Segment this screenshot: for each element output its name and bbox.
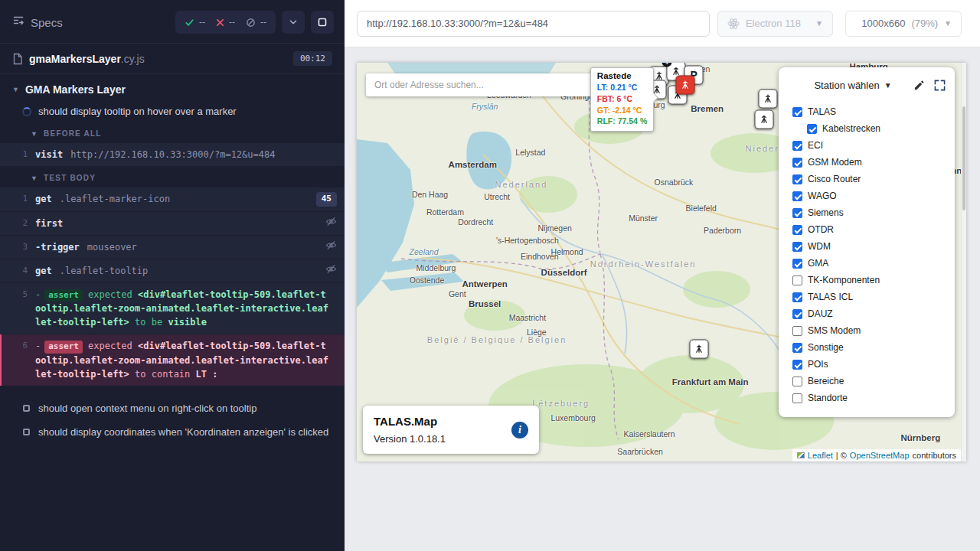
station-label: WDM bbox=[808, 241, 831, 252]
section-label: BEFORE ALL bbox=[44, 129, 102, 138]
station-checkbox[interactable] bbox=[792, 107, 802, 117]
stop-button[interactable] bbox=[311, 11, 334, 34]
map-label: Rotterdam bbox=[426, 207, 464, 217]
command-trigger[interactable]: 3 -trigger mouseover bbox=[0, 236, 345, 259]
command-first[interactable]: 2 first bbox=[0, 212, 345, 235]
station-item[interactable]: Kabelstrecken bbox=[792, 120, 949, 137]
map-label: Lelystad bbox=[515, 148, 545, 157]
scrollbar-thumb[interactable] bbox=[962, 106, 965, 210]
spec-file-icon bbox=[12, 53, 23, 65]
chevron-down-icon: ▼ bbox=[31, 130, 38, 138]
station-item[interactable]: Standorte bbox=[792, 390, 949, 406]
before-all-section[interactable]: ▼ BEFORE ALL bbox=[0, 122, 345, 142]
test-stats: -- -- -- bbox=[175, 11, 276, 34]
station-item[interactable]: DAUZ bbox=[792, 305, 949, 322]
pending-test-row[interactable]: should open context menu on right-click … bbox=[0, 396, 345, 420]
test-body-commands: 1 get .leaflet-marker-icon 45 2 first 3 … bbox=[0, 187, 345, 386]
station-marker[interactable] bbox=[759, 89, 778, 108]
station-item[interactable]: Siemens bbox=[792, 204, 949, 221]
panel-scrollbar[interactable] bbox=[961, 63, 966, 461]
map-label: Nederland bbox=[495, 180, 548, 189]
station-label: GSM Modem bbox=[808, 157, 862, 168]
chevron-down-icon bbox=[288, 17, 299, 28]
url-input[interactable] bbox=[357, 11, 710, 37]
station-item[interactable]: Bereiche bbox=[792, 373, 949, 390]
browser-selector[interactable]: Electron 118 ▼ bbox=[717, 11, 833, 37]
leaflet-map[interactable]: BremerhavenHamburgLeeuwardenGroningenFry… bbox=[357, 63, 966, 461]
suite-row[interactable]: ▼ GMA Markers Layer bbox=[0, 74, 345, 100]
command-get-markers[interactable]: 1 get .leaflet-marker-icon 45 bbox=[0, 187, 345, 211]
station-item[interactable]: GSM Modem bbox=[792, 154, 949, 171]
map-search-input[interactable] bbox=[366, 73, 607, 96]
station-label: ECI bbox=[808, 140, 823, 151]
station-item[interactable]: WAGO bbox=[792, 187, 949, 204]
app-version: Version 1.0.18.1 bbox=[374, 433, 504, 445]
viewport-selector[interactable]: 1000x660 (79%) ▼ bbox=[845, 11, 962, 37]
command-name: get bbox=[35, 192, 52, 206]
station-item[interactable]: GMA bbox=[792, 255, 949, 272]
runner-header-bar: Electron 118 ▼ 1000x660 (79%) ▼ bbox=[345, 0, 980, 47]
station-checkbox[interactable] bbox=[792, 208, 802, 218]
station-checkbox[interactable] bbox=[792, 141, 802, 151]
reporter-header: Specs -- -- -- bbox=[0, 0, 345, 43]
specs-toggle[interactable]: Specs bbox=[12, 15, 63, 30]
command-number: 1 bbox=[0, 192, 35, 206]
station-checkbox[interactable] bbox=[792, 360, 802, 370]
active-test-row[interactable]: should display tooltip on hover over a m… bbox=[0, 100, 345, 122]
command-number: 1 bbox=[0, 148, 35, 161]
station-checkbox[interactable] bbox=[792, 377, 802, 386]
station-select[interactable]: Station wählen ▼ bbox=[814, 80, 891, 91]
map-label: Gent bbox=[449, 289, 466, 298]
collapse-button[interactable] bbox=[282, 11, 305, 34]
eye-slash-icon bbox=[325, 264, 337, 274]
map-label: Oostende bbox=[410, 276, 445, 285]
station-checkbox[interactable] bbox=[792, 326, 802, 336]
station-item[interactable]: SMS Modem bbox=[792, 322, 949, 339]
station-item[interactable]: POIs bbox=[792, 356, 949, 373]
command-get-tooltip[interactable]: 4 get .leaflet-tooltip bbox=[0, 259, 345, 282]
station-checkbox[interactable] bbox=[792, 191, 802, 201]
edit-button[interactable] bbox=[913, 80, 925, 91]
spec-timer: 00:12 bbox=[293, 51, 332, 66]
assert-passed-row[interactable]: 5 -assertexpected <div#leaflet-tooltip-5… bbox=[0, 283, 345, 334]
station-checkbox[interactable] bbox=[792, 174, 802, 184]
spec-file-row[interactable]: gmaMarkersLayer.cy.js 00:12 bbox=[0, 43, 345, 74]
command-visit[interactable]: 1 visit http://192.168.10.33:3000/?m=12&… bbox=[0, 143, 345, 166]
marker-tooltip[interactable]: Rastede LT: 0.21 °CFBT: 6 °CGT: -2.14 °C… bbox=[590, 67, 654, 132]
before-all-commands: 1 visit http://192.168.10.33:3000/?m=12&… bbox=[0, 143, 345, 166]
chevron-down-icon: ▼ bbox=[944, 19, 952, 28]
station-checkbox[interactable] bbox=[792, 393, 802, 403]
station-panel: Station wählen ▼ TALASKabelstreckenECIGS… bbox=[779, 67, 955, 417]
station-item[interactable]: TK-Komponenten bbox=[792, 272, 949, 289]
fullscreen-button[interactable] bbox=[934, 80, 946, 91]
station-checkbox[interactable] bbox=[792, 242, 802, 252]
station-checkbox[interactable] bbox=[807, 124, 817, 134]
station-item[interactable]: ECI bbox=[792, 137, 949, 154]
test-body-section[interactable]: ▼ TEST BODY bbox=[0, 167, 345, 186]
assert-failed-row[interactable]: 6 -assertexpected <div#leaflet-tooltip-5… bbox=[0, 334, 345, 386]
station-checkbox[interactable] bbox=[792, 158, 802, 168]
station-checkbox[interactable] bbox=[792, 276, 802, 285]
pending-test-row[interactable]: should display coordinates when 'Koordin… bbox=[0, 420, 345, 444]
active-station-marker[interactable] bbox=[676, 76, 695, 95]
station-item[interactable]: TALAS bbox=[792, 103, 949, 120]
command-name: -trigger bbox=[35, 240, 80, 254]
station-checkbox[interactable] bbox=[792, 343, 802, 353]
station-item[interactable]: OTDR bbox=[792, 221, 949, 238]
station-checkbox[interactable] bbox=[792, 292, 802, 302]
section-label: TEST BODY bbox=[44, 174, 96, 182]
station-item[interactable]: Sonstige bbox=[792, 339, 949, 356]
osm-link[interactable]: OpenStreetMap bbox=[850, 451, 910, 460]
station-marker[interactable] bbox=[690, 339, 709, 358]
station-checkbox[interactable] bbox=[792, 259, 802, 269]
info-icon[interactable]: i bbox=[511, 422, 528, 439]
station-checkbox[interactable] bbox=[792, 309, 802, 319]
app-stage: BremerhavenHamburgLeeuwardenGroningenFry… bbox=[345, 47, 980, 551]
pending-test-icon bbox=[23, 405, 30, 412]
station-item[interactable]: Cisco Router bbox=[792, 171, 949, 187]
leaflet-link[interactable]: Leaflet bbox=[808, 451, 833, 460]
station-checkbox[interactable] bbox=[792, 225, 802, 235]
station-marker[interactable] bbox=[754, 109, 773, 129]
station-item[interactable]: WDM bbox=[792, 238, 949, 255]
station-item[interactable]: TALAS ICL bbox=[792, 289, 949, 305]
